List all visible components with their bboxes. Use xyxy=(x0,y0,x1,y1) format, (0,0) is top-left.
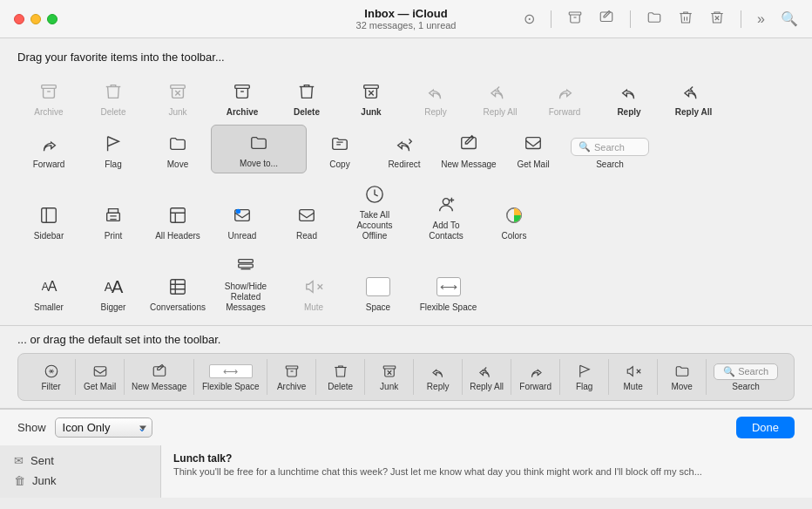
tb-archive[interactable]: Archive xyxy=(267,359,316,395)
bottom-glimpse: ✉ Sent 🗑 Junk Lunch talk? Think you'll b… xyxy=(0,445,812,498)
svg-rect-25 xyxy=(286,366,298,369)
tool-showhide[interactable]: Show/Hide Related Messages xyxy=(211,248,281,316)
tool-reply[interactable]: Reply xyxy=(598,74,660,121)
minimize-button[interactable] xyxy=(30,14,41,24)
toolbar-sep-3 xyxy=(741,10,741,28)
tb-archive-label: Archive xyxy=(277,382,306,391)
tool-newmessage[interactable]: New Message xyxy=(437,125,500,173)
tool-print[interactable]: Print xyxy=(82,177,145,245)
tool-grid-row2: Forward Flag Move Move to... xyxy=(17,125,795,173)
tool-space-label: Space xyxy=(366,302,390,313)
tool-conversations-label: Conversations xyxy=(150,302,206,313)
tb-move-icon xyxy=(674,363,690,380)
tb-newmessage[interactable]: New Message xyxy=(125,359,194,395)
delete-icon[interactable] xyxy=(678,10,694,29)
tb-replyall[interactable]: Reply All xyxy=(463,359,511,395)
tool-colors[interactable]: Colors xyxy=(483,177,545,245)
tool-flag[interactable]: Flag xyxy=(82,125,145,173)
zoom-button[interactable] xyxy=(47,14,58,24)
close-button[interactable] xyxy=(14,14,24,24)
done-button[interactable]: Done xyxy=(736,417,795,438)
tool-unread-label: Unread xyxy=(228,231,257,241)
tb-search[interactable]: 🔍Search Search xyxy=(707,359,785,395)
tool-unread[interactable]: Unread xyxy=(211,177,274,245)
tool-move-label: Move xyxy=(167,159,188,170)
tool-read-label: Read xyxy=(296,231,317,241)
tool-conversations[interactable]: Conversations xyxy=(146,248,209,316)
tool-reply-dim[interactable]: Reply xyxy=(404,74,467,121)
tb-newmessage-icon xyxy=(152,363,167,380)
tool-redirect[interactable]: Redirect xyxy=(373,125,436,173)
tool-read[interactable]: Read xyxy=(275,177,338,245)
compose-icon[interactable] xyxy=(599,10,614,29)
search-toolbar-icon[interactable]: 🔍 xyxy=(781,10,798,27)
tool-bigger[interactable]: AA Bigger xyxy=(82,248,145,316)
svg-rect-2 xyxy=(42,85,57,89)
tool-mute[interactable]: Mute xyxy=(282,248,345,316)
current-toolbar: Filter Get Mail New Message ⟷ Flexible S… xyxy=(17,353,795,401)
tool-reply-label: Reply xyxy=(617,107,640,118)
tool-moveto[interactable]: Move to... xyxy=(211,125,307,173)
filter-icon[interactable]: ⊙ xyxy=(524,10,535,27)
tool-getmail[interactable]: Get Mail xyxy=(502,125,565,173)
tool-copy[interactable]: Copy xyxy=(308,125,371,173)
tool-addcontacts[interactable]: Add To Contacts xyxy=(411,177,481,245)
tool-junk[interactable]: Junk xyxy=(340,74,403,121)
tool-allheaders[interactable]: All Headers xyxy=(146,177,209,245)
tb-mute-icon xyxy=(626,363,641,380)
tool-archive-dim[interactable]: Archive xyxy=(17,74,80,121)
tool-delete-dim[interactable]: Delete xyxy=(82,74,145,121)
tb-flag[interactable]: Flag xyxy=(560,359,609,395)
tb-replyall-icon xyxy=(479,363,495,380)
sidebar-item-junk[interactable]: 🗑 Junk xyxy=(10,472,150,489)
tool-archive[interactable]: Archive xyxy=(211,74,274,121)
newmessage-icon xyxy=(457,132,481,156)
search-mini-label: Search xyxy=(594,142,625,153)
tb-reply-label: Reply xyxy=(427,382,450,391)
tool-smaller[interactable]: AA Smaller xyxy=(17,248,80,316)
move-to-folder-icon[interactable] xyxy=(646,10,662,29)
archive-icon[interactable] xyxy=(567,10,583,29)
archive-dim-icon xyxy=(37,79,61,104)
tool-move[interactable]: Move xyxy=(146,125,209,173)
sidebar-item-sent[interactable]: ✉ Sent xyxy=(10,452,150,469)
flexspace-icon: ⟷ xyxy=(436,275,461,299)
tool-forward[interactable]: Forward xyxy=(17,125,80,173)
tool-moveto-label: Move to... xyxy=(240,159,278,169)
tool-redirect-label: Redirect xyxy=(388,159,420,170)
tool-search[interactable]: 🔍 Search Search xyxy=(566,125,653,173)
tool-junk-dim[interactable]: Junk xyxy=(146,74,209,121)
tb-mute[interactable]: Mute xyxy=(609,359,658,395)
colors-icon xyxy=(502,203,526,227)
tool-replyall[interactable]: Reply All xyxy=(662,74,725,121)
tool-replyall-dim[interactable]: Reply All xyxy=(469,74,531,121)
tb-filter[interactable]: Filter xyxy=(27,359,76,395)
more-toolbar-icon[interactable]: » xyxy=(757,11,765,27)
tb-reply[interactable]: Reply xyxy=(414,359,463,395)
tool-flexspace[interactable]: ⟷ Flexible Space xyxy=(411,248,485,316)
tool-takeall[interactable]: Take All Accounts Offline xyxy=(340,177,409,245)
mute-icon xyxy=(301,275,326,299)
tool-allheaders-label: All Headers xyxy=(155,231,200,241)
tool-delete[interactable]: Delete xyxy=(275,74,338,121)
customize-area: Drag your favorite items into the toolba… xyxy=(0,38,812,326)
junk-icon[interactable] xyxy=(709,10,725,29)
tool-sidebar[interactable]: Sidebar xyxy=(17,177,80,245)
tb-flexspace[interactable]: ⟷ Flexible Space xyxy=(194,359,267,395)
show-select[interactable]: Icon Only Icon and Text Text Only xyxy=(55,417,152,438)
replyall-icon2 xyxy=(681,79,706,104)
tool-space[interactable]: Space xyxy=(347,248,409,316)
svg-rect-23 xyxy=(94,367,106,377)
tb-delete[interactable]: Delete xyxy=(316,359,365,395)
tb-junk[interactable]: Junk xyxy=(365,359,414,395)
tool-search-label: Search xyxy=(596,159,624,170)
getmail-icon xyxy=(521,132,545,156)
show-select-wrapper[interactable]: Icon Only Icon and Text Text Only ⌄ xyxy=(55,417,152,438)
tb-forward[interactable]: Forward xyxy=(511,359,560,395)
tool-forward-dim[interactable]: Forward xyxy=(533,74,596,121)
tb-move[interactable]: Move xyxy=(658,359,707,395)
tool-flag-label: Flag xyxy=(105,159,121,170)
tb-getmail[interactable]: Get Mail xyxy=(76,359,125,395)
toolbar-sep-2 xyxy=(630,10,631,28)
tb-flag-icon xyxy=(577,363,592,380)
